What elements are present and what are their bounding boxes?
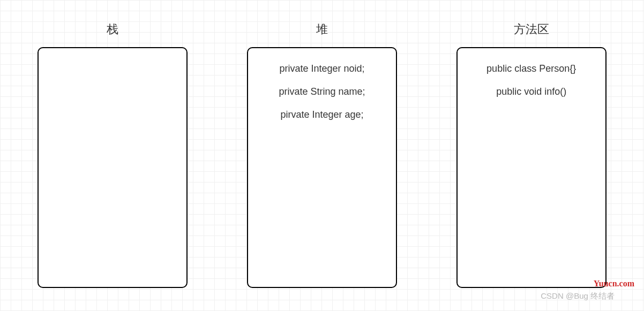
heap-item: private Integer noid; (258, 63, 386, 74)
method-area-title: 方法区 (514, 21, 549, 37)
method-area-item: public class Person{} (467, 63, 596, 74)
heap-item: private String name; (258, 86, 386, 97)
heap-item: pirvate Integer age; (258, 109, 386, 120)
heap-title: 堆 (316, 21, 328, 37)
watermark-csdn: CSDN @Bug 终结者 (541, 291, 615, 301)
stack-box (38, 47, 188, 288)
heap-section: 堆 private Integer noid; private String n… (236, 21, 408, 288)
diagram-container: 栈 堆 private Integer noid; private String… (0, 0, 644, 288)
stack-title: 栈 (107, 21, 118, 37)
method-area-section: 方法区 public class Person{} public void in… (445, 21, 617, 288)
watermark-yuucn: Yuucn.com (594, 279, 634, 289)
method-area-item: public void info() (467, 86, 596, 97)
stack-section: 栈 (27, 21, 199, 288)
method-area-box: public class Person{} public void info() (456, 47, 606, 288)
heap-box: private Integer noid; private String nam… (247, 47, 397, 288)
